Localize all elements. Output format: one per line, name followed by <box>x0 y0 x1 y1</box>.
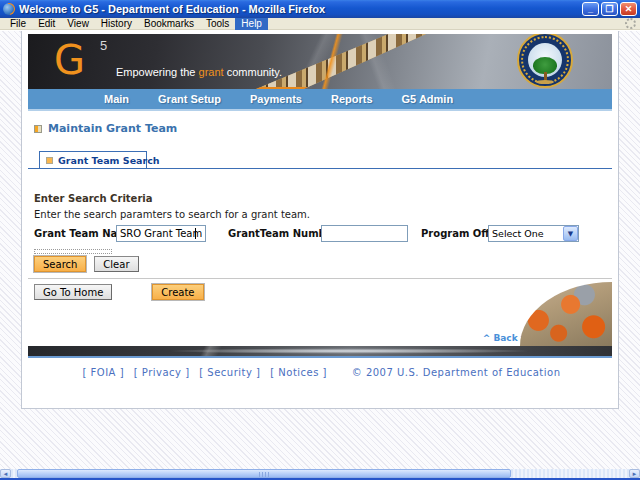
menu-help[interactable]: Help <box>235 18 268 30</box>
seal-ground <box>536 80 554 84</box>
tab-bullet-icon <box>46 157 53 164</box>
create-button[interactable]: Create <box>152 284 203 300</box>
tagline: Empowering the grant community. <box>116 66 282 78</box>
strip-blue-line <box>28 356 612 358</box>
main-content: Maintain Grant Team Grant Team Search En… <box>28 111 612 358</box>
header-banner: G 5 Empowering the grant community. <box>28 34 612 89</box>
scrollbar-track[interactable] <box>11 469 629 478</box>
footer-link-security[interactable]: [ Security ] <box>199 367 260 378</box>
nav-grant-setup[interactable]: Grant Setup <box>158 93 221 105</box>
menu-view[interactable]: View <box>61 18 95 30</box>
select-dropdown-arrow-icon[interactable]: ▼ <box>563 226 578 241</box>
main-nav: Main Grant Setup Payments Reports G5 Adm… <box>28 89 612 111</box>
department-of-education-seal-icon <box>517 34 573 88</box>
bottom-photo-strip <box>28 346 612 358</box>
g5-logo-five: 5 <box>100 38 107 53</box>
page-title: Maintain Grant Team <box>48 122 177 135</box>
strip-photo-texture <box>28 346 612 356</box>
tagline-post: community. <box>224 66 282 78</box>
menu-edit[interactable]: Edit <box>32 18 61 30</box>
firefox-icon <box>3 3 15 15</box>
instructions-text: Enter the search paramters to search for… <box>34 209 612 220</box>
program-office-label: Program Office <box>421 228 488 239</box>
program-office-select[interactable]: Select One ▼ <box>488 225 579 242</box>
menu-history[interactable]: History <box>95 18 138 30</box>
heading-bullet-icon <box>34 125 42 133</box>
horizontal-scrollbar[interactable]: ◄ ► <box>0 469 640 478</box>
grant-team-name-wrap <box>116 225 206 242</box>
restore-button[interactable]: ❐ <box>601 2 618 16</box>
focus-outline <box>34 249 112 254</box>
grant-team-number-label: GrantTeam Number <box>228 228 321 239</box>
tagline-pre: Empowering the <box>116 66 199 78</box>
g5-logo: G <box>54 36 85 84</box>
orange-swoosh <box>228 34 448 89</box>
program-office-selected-value: Select One <box>489 228 563 239</box>
nav-reports[interactable]: Reports <box>331 93 373 105</box>
tagline-accent: grant <box>199 66 224 78</box>
page-footer: [ FOIA ] [ Privacy ] [ Security ] [ Noti… <box>22 358 618 387</box>
footer-link-privacy[interactable]: [ Privacy ] <box>134 367 190 378</box>
section-title: Enter Search Criteria <box>34 193 612 204</box>
footer-link-notices[interactable]: [ Notices ] <box>270 367 327 378</box>
scroll-right-arrow-icon[interactable]: ► <box>629 469 640 478</box>
tab-grant-team-search[interactable]: Grant Team Search <box>39 151 147 169</box>
menu-tools[interactable]: Tools <box>200 18 235 30</box>
search-form-row: Grant Team Name GrantTeam Number Program… <box>34 225 612 242</box>
back-to-top-link[interactable]: ^ Back to Top <box>28 333 552 343</box>
tab-underline <box>28 168 612 169</box>
search-button[interactable]: Search <box>34 256 86 272</box>
go-to-home-button[interactable]: Go To Home <box>34 284 112 300</box>
menu-bar: File Edit View History Bookmarks Tools H… <box>0 18 640 30</box>
divider-line <box>28 278 612 279</box>
title-bar: Welcome to G5 - Department of Education … <box>0 0 640 18</box>
page-background: G 5 Empowering the grant community. Main… <box>0 31 640 469</box>
tab-label: Grant Team Search <box>58 155 160 166</box>
nav-payments[interactable]: Payments <box>250 93 302 105</box>
throbber-gear-icon <box>625 18 636 29</box>
clear-button[interactable]: Clear <box>94 256 138 272</box>
grant-team-name-label: Grant Team Name <box>34 228 116 239</box>
footer-link-foia[interactable]: [ FOIA ] <box>82 367 124 378</box>
menu-file[interactable]: File <box>4 18 32 30</box>
scrollbar-thumb[interactable] <box>17 469 511 478</box>
copyright-text: © 2007 U.S. Department of Education <box>352 367 561 378</box>
scrollbar-thumb-grip <box>259 472 269 477</box>
content-panel: G 5 Empowering the grant community. Main… <box>21 31 619 409</box>
nav-main[interactable]: Main <box>104 93 129 105</box>
tab-strip: Grant Team Search <box>28 151 612 169</box>
menu-bookmarks[interactable]: Bookmarks <box>138 18 200 30</box>
nav-g5-admin[interactable]: G5 Admin <box>402 93 454 105</box>
minimize-button[interactable]: _ <box>582 2 599 16</box>
text-cursor <box>195 228 196 239</box>
window-title: Welcome to G5 - Department of Education … <box>19 3 582 15</box>
grant-team-name-input[interactable] <box>116 225 206 242</box>
close-button[interactable]: ✕ <box>620 2 637 16</box>
grant-team-number-input[interactable] <box>321 225 408 242</box>
browser-window: Welcome to G5 - Department of Education … <box>0 0 640 480</box>
scroll-left-arrow-icon[interactable]: ◄ <box>0 469 11 478</box>
seal-inner <box>528 43 562 77</box>
